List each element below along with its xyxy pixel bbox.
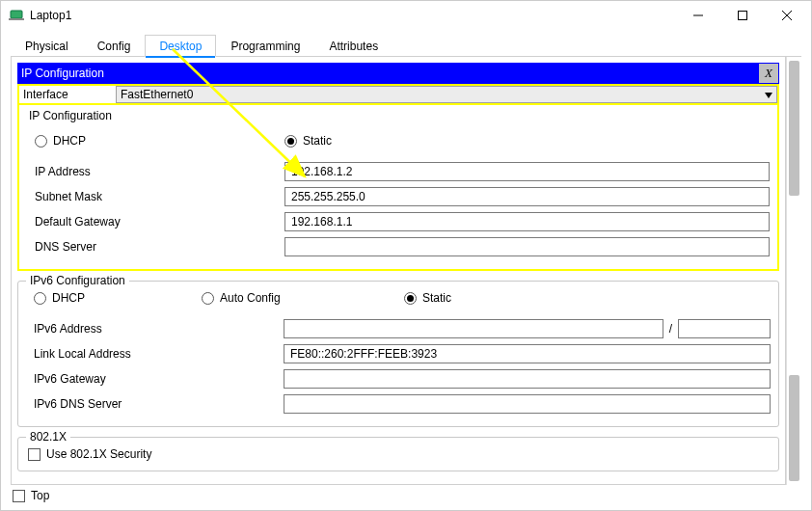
default-gateway-input[interactable]: [284, 212, 770, 231]
interface-select[interactable]: FastEthernet0: [116, 86, 777, 103]
tab-attributes[interactable]: Attributes: [314, 35, 392, 57]
prefix-slash: /: [663, 322, 678, 336]
ipv6-auto-radio[interactable]: Auto Config: [202, 291, 404, 305]
dns-server-label: DNS Server: [29, 240, 284, 254]
top-label: Top: [31, 489, 49, 502]
radio-icon: [284, 135, 297, 148]
ipv6-gateway-label: IPv6 Gateway: [28, 372, 284, 386]
ip-static-radio[interactable]: Static: [284, 134, 332, 148]
subnet-mask-input[interactable]: [284, 187, 770, 206]
tab-physical[interactable]: Physical: [11, 35, 83, 57]
radio-icon: [404, 292, 417, 305]
ipv6-dhcp-radio[interactable]: DHCP: [28, 291, 202, 305]
interface-label: Interface: [19, 86, 116, 103]
radio-icon: [34, 292, 46, 305]
svg-marker-6: [765, 93, 772, 98]
interface-value: FastEthernet0: [121, 88, 193, 101]
ipv6-gateway-input[interactable]: [284, 369, 771, 389]
ip-dhcp-radio[interactable]: DHCP: [29, 134, 284, 148]
ip-address-label: IP Address: [29, 165, 284, 178]
tab-bar: Physical Config Desktop Programming Attr…: [11, 34, 801, 57]
ipv6-dhcp-label: DHCP: [52, 291, 85, 305]
dot1x-checkbox[interactable]: [28, 448, 41, 461]
ipv6-group-title: IPv6 Configuration: [26, 274, 129, 287]
close-button[interactable]: [765, 2, 809, 29]
ipv6-static-label: Static: [422, 291, 451, 305]
svg-rect-3: [739, 12, 747, 20]
chevron-down-icon: [765, 88, 772, 101]
interface-row: Interface FastEthernet0: [17, 84, 779, 105]
radio-icon: [35, 135, 47, 148]
tab-config[interactable]: Config: [83, 35, 146, 57]
footer: Top: [11, 485, 801, 504]
ipconfig-title-text: IP Configuration: [21, 67, 104, 80]
ipv6-prefix-input[interactable]: [678, 319, 771, 338]
ip-config-group-title: IP Configuration: [29, 109, 770, 122]
dot1x-label: Use 802.1X Security: [46, 447, 151, 461]
svg-rect-0: [11, 11, 22, 18]
scrollbar-thumb[interactable]: [789, 61, 799, 196]
top-checkbox[interactable]: [13, 490, 25, 502]
link-local-label: Link Local Address: [28, 347, 284, 361]
ipconfig-titlebar: IP Configuration X: [17, 63, 779, 84]
scrollbar-thumb[interactable]: [789, 375, 799, 481]
svg-rect-1: [9, 18, 24, 20]
window-title: Laptop1: [30, 9, 71, 22]
radio-icon: [202, 292, 214, 305]
ipv6-config-group: IPv6 Configuration DHCP Auto Config S: [17, 281, 779, 427]
minimize-button[interactable]: [676, 2, 720, 29]
app-window: Laptop1 Physical Config Desktop Programm…: [0, 0, 812, 511]
desktop-panel: IP Configuration X Interface FastEtherne…: [11, 57, 786, 485]
ip-dhcp-label: DHCP: [53, 134, 86, 148]
tab-programming[interactable]: Programming: [216, 35, 314, 57]
ipv6-dns-input[interactable]: [284, 394, 771, 414]
dns-server-input[interactable]: [284, 237, 770, 256]
ipv6-dns-label: IPv6 DNS Server: [28, 397, 284, 411]
subnet-mask-label: Subnet Mask: [29, 190, 284, 203]
link-local-input[interactable]: [284, 344, 771, 363]
ipv6-auto-label: Auto Config: [220, 291, 281, 305]
ip-address-input[interactable]: [284, 162, 770, 181]
ipv6-address-label: IPv6 Address: [28, 322, 284, 336]
default-gateway-label: Default Gateway: [29, 215, 284, 229]
titlebar: Laptop1: [1, 1, 811, 30]
vertical-scrollbar[interactable]: [786, 57, 801, 485]
laptop-icon: [9, 8, 24, 23]
dot1x-group: 802.1X Use 802.1X Security: [17, 437, 779, 471]
maximize-button[interactable]: [720, 2, 765, 29]
tab-desktop[interactable]: Desktop: [145, 35, 216, 57]
ipv6-static-radio[interactable]: Static: [404, 291, 451, 305]
ipv6-address-input[interactable]: [284, 319, 663, 338]
ip-static-label: Static: [303, 134, 332, 148]
ipconfig-close-button[interactable]: X: [759, 64, 778, 83]
ip-config-group: IP Configuration DHCP Static IP Address: [17, 105, 779, 271]
dot1x-group-title: 802.1X: [26, 430, 70, 444]
